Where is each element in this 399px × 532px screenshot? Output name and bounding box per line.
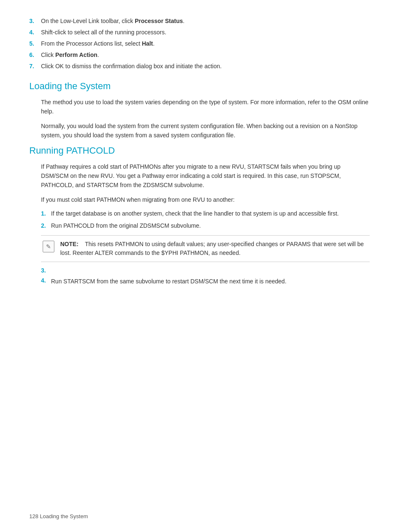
pathcold-content-4: Run STARTSCM from the same subvolume to … bbox=[51, 277, 370, 286]
top-numbered-list: 3. On the Low-Level Link toolbar, click … bbox=[29, 17, 370, 71]
pathcold-num-2: 2. bbox=[41, 221, 51, 230]
pathcold-item-1: 1. If the target database is on another … bbox=[41, 209, 370, 218]
note-text: NOTE: This resets PATHMON to using defau… bbox=[60, 240, 370, 257]
pathcold-content-2: Run PATHCOLD from the original ZDSMSCM s… bbox=[51, 221, 370, 230]
note-icon-img bbox=[43, 241, 54, 252]
list-item-5: 5. From the Processor Actions list, sele… bbox=[29, 39, 370, 48]
list-num-3: 3. bbox=[29, 17, 41, 26]
loading-heading: Loading the System bbox=[29, 81, 370, 92]
pathcold-item-2: 2. Run PATHCOLD from the original ZDSMSC… bbox=[41, 221, 370, 230]
note-label: NOTE: bbox=[60, 241, 79, 247]
pathcold-num-3: 3. bbox=[41, 267, 51, 274]
note-box: NOTE: This resets PATHMON to using defau… bbox=[41, 235, 370, 262]
pathcold-heading: Running PATHCOLD bbox=[29, 145, 370, 156]
loading-para1: The method you use to load the system va… bbox=[41, 98, 370, 116]
list-item-3: 3. On the Low-Level Link toolbar, click … bbox=[29, 17, 370, 26]
list-num-4: 4. bbox=[29, 28, 41, 37]
list-content-7: Click OK to dismiss the confirmation dia… bbox=[41, 62, 370, 71]
list-item-6: 6. Click Perform Action. bbox=[29, 51, 370, 59]
section-pathcold: Running PATHCOLD If Pathway requires a c… bbox=[29, 145, 370, 286]
list-item-4: 4. Shift-click to select all of the runn… bbox=[29, 28, 370, 37]
page-footer: 128 Loading the System bbox=[29, 513, 88, 519]
pathcold-num-1: 1. bbox=[41, 209, 51, 218]
pathcold-sub-list: 1. If the target database is on another … bbox=[41, 209, 370, 230]
list-item-7: 7. Click OK to dismiss the confirmation … bbox=[29, 62, 370, 71]
list-num-7: 7. bbox=[29, 62, 41, 71]
list-content-6: Click Perform Action. bbox=[41, 51, 370, 59]
pathcold-para2: If you must cold start PATHMON when migr… bbox=[41, 195, 370, 204]
section-loading: Loading the System The method you use to… bbox=[29, 81, 370, 140]
page-content: 3. On the Low-Level Link toolbar, click … bbox=[0, 0, 399, 314]
list-content-4: Shift-click to select all of the running… bbox=[41, 28, 370, 37]
loading-para2: Normally, you would load the system from… bbox=[41, 121, 370, 140]
pathcold-num-4: 4. bbox=[41, 277, 51, 284]
pathcold-item-4: 4. Run STARTSCM from the same subvolume … bbox=[41, 277, 370, 286]
list-content-5: From the Processor Actions list, select … bbox=[41, 39, 370, 48]
bold-perform-action: Perform Action bbox=[55, 51, 97, 58]
list-num-6: 6. bbox=[29, 51, 41, 59]
list-content-3: On the Low-Level Link toolbar, click Pro… bbox=[41, 17, 370, 26]
note-icon bbox=[41, 240, 56, 252]
note-body: This resets PATHMON to using default val… bbox=[60, 241, 364, 256]
list-num-5: 5. bbox=[29, 39, 41, 48]
pathcold-item-3: 3. bbox=[41, 267, 370, 274]
pathcold-content-1: If the target database is on another sys… bbox=[51, 209, 370, 218]
pathcold-para1: If Pathway requires a cold start of PATH… bbox=[41, 162, 370, 190]
bold-processor-status: Processor Status bbox=[135, 18, 183, 24]
bold-halt: Halt bbox=[142, 40, 153, 47]
